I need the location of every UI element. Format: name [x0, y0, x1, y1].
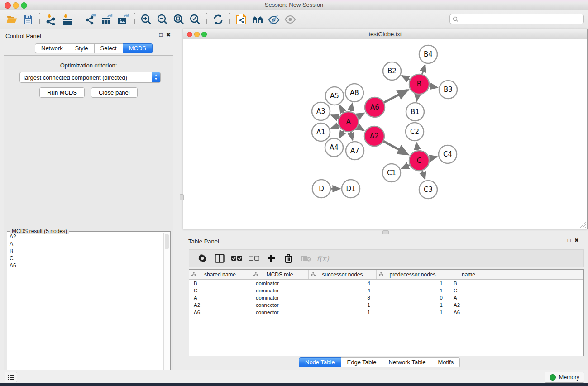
- edge-A-A1[interactable]: [331, 125, 339, 128]
- add-column-icon[interactable]: [263, 251, 280, 266]
- edge-B-B3[interactable]: [430, 86, 437, 87]
- search-field[interactable]: [449, 14, 584, 24]
- table-row-A6[interactable]: A6connector11A6: [189, 309, 583, 316]
- table-cell: 1: [377, 309, 449, 316]
- tab-node-table[interactable]: Node Table: [299, 357, 341, 367]
- table-panel-close-icon[interactable]: ✖: [574, 237, 583, 243]
- edge-A-A4[interactable]: [339, 131, 344, 138]
- column-header-predecessor-nodes[interactable]: predecessor nodes: [377, 270, 449, 279]
- search-input[interactable]: [460, 15, 583, 23]
- search-icon: [453, 16, 459, 22]
- open-session-icon[interactable]: [4, 12, 20, 27]
- edge-A-A7[interactable]: [351, 132, 353, 140]
- edge-A-A5[interactable]: [340, 106, 344, 113]
- network-view-window: testGlobe.txt B4B2BB3A5A8A6B1A3AA1C2A2A4…: [183, 29, 588, 229]
- run-mcds-button[interactable]: Run MCDS: [39, 87, 85, 98]
- column-header-shared-name[interactable]: shared name: [189, 270, 251, 279]
- table-row-B[interactable]: Bdominator41B: [189, 280, 583, 287]
- table-panel-float-icon[interactable]: □: [568, 237, 574, 243]
- table-settings-gear-icon[interactable]: [194, 251, 211, 266]
- zoom-fit-icon[interactable]: [171, 12, 187, 27]
- result-list-item[interactable]: A: [8, 240, 163, 248]
- tab-motifs[interactable]: Motifs: [432, 357, 460, 367]
- edge-A2-C[interactable]: [383, 141, 408, 154]
- tab-network-table[interactable]: Network Table: [382, 357, 432, 367]
- edge-A-A2[interactable]: [358, 127, 363, 130]
- vertical-split-grip[interactable]: [180, 194, 184, 200]
- delete-column-trash-icon[interactable]: [280, 251, 297, 266]
- node-label-B4: B4: [424, 50, 433, 58]
- import-network-icon[interactable]: [43, 12, 59, 27]
- select-all-checkboxes-icon[interactable]: [228, 251, 245, 266]
- edge-A-A6[interactable]: [358, 114, 363, 117]
- zoom-out-icon[interactable]: [154, 12, 171, 27]
- task-history-button[interactable]: [5, 372, 17, 382]
- show-all-eye-icon[interactable]: [282, 12, 298, 27]
- save-session-icon[interactable]: [20, 12, 36, 27]
- control-panel-tabs: NetworkStyleSelectMCDS: [35, 43, 153, 53]
- node-label-C3: C3: [424, 186, 433, 194]
- duplicate-network-icon[interactable]: [233, 12, 249, 27]
- column-header-MCDS-role[interactable]: MCDS role: [251, 270, 309, 279]
- edge-A6-B[interactable]: [384, 90, 407, 102]
- export-image-icon[interactable]: [115, 12, 131, 27]
- network-canvas[interactable]: B4B2BB3A5A8A6B1A3AA1C2A2A4A7C4CC1C3DD1: [183, 39, 587, 229]
- column-header-successor-nodes[interactable]: successor nodes: [309, 270, 377, 279]
- network-graph: B4B2BB3A5A8A6B1A3AA1C2A2A4A7C4CC1C3DD1: [183, 39, 587, 229]
- split-table-icon[interactable]: [211, 251, 228, 266]
- node-label-A: A: [346, 118, 351, 126]
- criterion-select[interactable]: largest connected component (directed) ▲…: [19, 72, 161, 83]
- memory-label: Memory: [559, 374, 579, 381]
- node-label-C4: C4: [443, 150, 452, 158]
- table-row-C[interactable]: Cdominator41C: [189, 287, 583, 294]
- tab-mcds[interactable]: MCDS: [123, 43, 153, 53]
- zoom-selected-icon[interactable]: [187, 12, 203, 27]
- refresh-layout-icon[interactable]: [210, 12, 226, 27]
- edge-B-B4[interactable]: [422, 65, 425, 74]
- edge-C-C2[interactable]: [416, 143, 418, 150]
- edge-C-C4[interactable]: [429, 157, 437, 158]
- first-neighbors-icon[interactable]: [249, 12, 266, 27]
- hide-selected-eye-icon[interactable]: [266, 12, 282, 27]
- edge-A-A8[interactable]: [351, 104, 353, 111]
- result-scrollbar-thumb[interactable]: [165, 234, 169, 249]
- export-table-icon[interactable]: [99, 12, 115, 27]
- edge-B-B2[interactable]: [402, 76, 410, 80]
- deselect-all-checkboxes-icon[interactable]: [245, 251, 263, 266]
- edge-C-C1[interactable]: [402, 165, 410, 168]
- control-panel-float-icon[interactable]: □: [159, 32, 166, 38]
- edge-C-C3[interactable]: [422, 171, 425, 179]
- export-network-icon[interactable]: [82, 12, 99, 27]
- node-label-A7: A7: [350, 147, 359, 155]
- table-cell: 1: [377, 287, 449, 294]
- node-table: shared nameMCDS rolesuccessor nodesprede…: [189, 269, 584, 356]
- window-resize-grip[interactable]: [580, 221, 586, 228]
- tab-select[interactable]: Select: [95, 43, 123, 53]
- edge-B-B1[interactable]: [417, 95, 418, 101]
- result-list-item[interactable]: A6: [8, 262, 163, 269]
- tab-edge-table[interactable]: Edge Table: [341, 357, 383, 367]
- network-window-titlebar[interactable]: testGlobe.txt: [183, 29, 587, 39]
- result-list-item[interactable]: B: [8, 248, 163, 255]
- tab-network[interactable]: Network: [35, 43, 69, 53]
- table-cell: 1: [377, 301, 449, 309]
- mcds-result-list: A2ABCA6: [8, 233, 163, 386]
- control-panel-close-icon[interactable]: ✖: [166, 32, 174, 38]
- node-label-B: B: [417, 80, 421, 88]
- close-panel-button[interactable]: Close panel: [91, 87, 138, 98]
- table-row-A[interactable]: Adominator80A: [189, 294, 583, 301]
- node-label-D: D: [319, 185, 324, 193]
- column-header-name[interactable]: name: [449, 270, 488, 279]
- result-list-item[interactable]: C: [8, 255, 163, 262]
- import-table-icon[interactable]: [59, 12, 76, 27]
- edge-A-A3[interactable]: [331, 115, 339, 118]
- result-list-item[interactable]: A2: [8, 233, 163, 240]
- horizontal-split-grip[interactable]: [382, 230, 389, 234]
- zoom-in-icon[interactable]: [138, 12, 154, 27]
- tab-style[interactable]: Style: [69, 43, 95, 53]
- memory-button[interactable]: Memory: [545, 372, 584, 383]
- toolbar-separator: [229, 13, 230, 26]
- table-row-A2[interactable]: A2connector11A2: [189, 301, 583, 309]
- result-scrollbar[interactable]: [163, 233, 170, 386]
- column-tree-icon: [311, 272, 316, 276]
